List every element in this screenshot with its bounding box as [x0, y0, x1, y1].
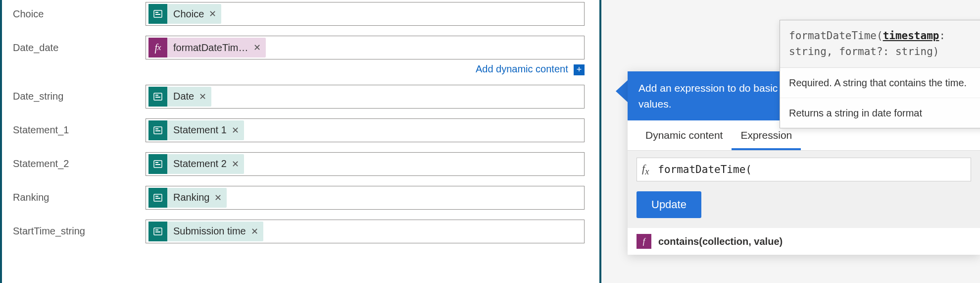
token-date[interactable]: Date ✕ — [148, 87, 211, 107]
close-icon[interactable]: ✕ — [251, 226, 263, 237]
forms-icon — [148, 222, 167, 241]
field-input-statement-1[interactable]: Statement 1 ✕ — [146, 118, 585, 142]
field-label: Choice — [2, 8, 146, 20]
field-label: Statement_1 — [2, 124, 146, 136]
fx-icon: f — [637, 234, 651, 249]
expression-input-row: fx formatDateTime( — [628, 151, 980, 188]
field-label: Ranking — [2, 192, 146, 203]
form-row: StartTime_string Submission time ✕ — [2, 218, 599, 245]
form-row: Date_string Date ✕ — [2, 83, 599, 111]
field-input-statement-2[interactable]: Statement 2 ✕ — [146, 152, 585, 176]
token-label: formatDateTim… — [167, 42, 253, 54]
function-list: f contains(collection, value) — [628, 228, 980, 255]
form-row: Statement_1 Statement 1 ✕ — [2, 116, 599, 144]
function-item-contains[interactable]: f contains(collection, value) — [637, 234, 971, 249]
close-icon[interactable]: ✕ — [232, 125, 244, 136]
update-button[interactable]: Update — [637, 191, 701, 218]
close-icon[interactable]: ✕ — [209, 8, 221, 19]
forms-icon — [148, 188, 167, 208]
token-label: Statement 2 — [167, 158, 232, 170]
close-icon[interactable]: ✕ — [253, 42, 266, 53]
tooltip-description: Required. A string that contains the tim… — [780, 68, 980, 98]
add-dynamic-content-row: Add dynamic content + — [2, 63, 599, 75]
svg-rect-14 — [155, 198, 160, 199]
forms-icon — [148, 87, 167, 107]
close-icon[interactable]: ✕ — [214, 192, 227, 203]
field-input-date-string[interactable]: Date ✕ — [146, 85, 585, 109]
sig-prefix: formatDateTime( — [789, 30, 883, 42]
form-row: Statement_2 Statement 2 ✕ — [2, 150, 599, 178]
field-label: Date_date — [2, 42, 146, 54]
plus-icon[interactable]: + — [574, 64, 585, 75]
field-input-choice[interactable]: Choice ✕ — [146, 2, 585, 26]
svg-rect-16 — [155, 229, 158, 230]
svg-rect-10 — [155, 162, 158, 163]
token-choice[interactable]: Choice ✕ — [148, 4, 221, 24]
token-submission-time[interactable]: Submission time ✕ — [148, 222, 263, 241]
token-statement-2[interactable]: Statement 2 ✕ — [148, 154, 244, 174]
close-icon[interactable]: ✕ — [232, 159, 244, 170]
svg-rect-5 — [155, 97, 160, 98]
token-label: Date — [167, 91, 199, 102]
fx-icon: fx — [642, 162, 649, 177]
field-label: Statement_2 — [2, 158, 146, 170]
field-input-date-date[interactable]: fx formatDateTim… ✕ — [146, 36, 585, 59]
form-panel: Choice Choice ✕ Date_date fx formatDateT… — [0, 0, 601, 283]
token-label: Submission time — [167, 226, 251, 237]
forms-icon — [148, 120, 167, 140]
token-statement-1[interactable]: Statement 1 ✕ — [148, 120, 244, 140]
forms-icon — [148, 4, 167, 24]
forms-icon — [148, 154, 167, 174]
field-label: Date_string — [2, 91, 146, 102]
field-input-starttime-string[interactable]: Submission time ✕ — [146, 220, 585, 243]
token-label: Choice — [167, 8, 209, 20]
svg-rect-13 — [155, 196, 158, 197]
sig-param-active: timestamp — [883, 30, 939, 42]
add-dynamic-content-link[interactable]: Add dynamic content — [476, 63, 568, 74]
close-icon[interactable]: ✕ — [199, 91, 211, 102]
fx-icon: fx — [148, 38, 167, 57]
svg-rect-4 — [155, 95, 158, 96]
token-label: Ranking — [167, 192, 214, 203]
form-row: Ranking Ranking ✕ — [2, 184, 599, 212]
signature-tooltip: formatDateTime(timestamp: string, format… — [780, 20, 980, 128]
expression-input[interactable]: fx formatDateTime( — [637, 158, 971, 181]
field-label: StartTime_string — [2, 226, 146, 237]
token-label: Statement 1 — [167, 124, 232, 136]
tooltip-returns: Returns a string in date format — [780, 98, 980, 128]
tab-dynamic-content[interactable]: Dynamic content — [637, 120, 732, 150]
field-input-ranking[interactable]: Ranking ✕ — [146, 186, 585, 210]
expression-text: formatDateTime( — [658, 164, 752, 175]
token-formatdatetime[interactable]: fx formatDateTim… ✕ — [148, 38, 266, 57]
svg-rect-17 — [155, 231, 160, 232]
tooltip-signature: formatDateTime(timestamp: string, format… — [780, 20, 980, 68]
svg-rect-11 — [155, 164, 160, 165]
callout-arrow-icon — [616, 80, 628, 102]
function-name: contains(collection, value) — [658, 236, 783, 247]
svg-rect-7 — [155, 128, 158, 129]
svg-rect-8 — [155, 130, 160, 131]
svg-rect-2 — [155, 14, 160, 15]
update-row: Update — [628, 188, 980, 228]
token-ranking[interactable]: Ranking ✕ — [148, 188, 227, 208]
svg-rect-1 — [155, 12, 158, 13]
form-row: Date_date fx formatDateTim… ✕ — [2, 34, 599, 61]
form-row: Choice Choice ✕ — [2, 0, 599, 28]
